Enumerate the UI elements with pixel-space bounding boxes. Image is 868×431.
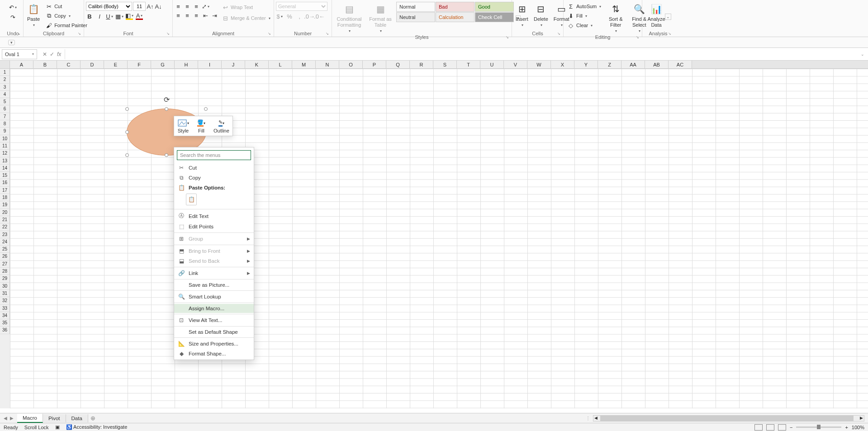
number-format-select[interactable]: General <box>276 2 327 11</box>
column-header[interactable]: A <box>10 61 33 68</box>
row-header[interactable]: 27 <box>0 260 10 268</box>
row-header[interactable]: 34 <box>0 312 10 319</box>
scroll-right-icon[interactable]: ▶ <box>859 416 864 421</box>
zoom-out-icon[interactable]: − <box>790 425 792 430</box>
rotate-handle-icon[interactable]: ⟳ <box>164 95 170 104</box>
column-header[interactable]: G <box>151 61 175 68</box>
column-header[interactable]: T <box>457 61 480 68</box>
underline-button[interactable]: U <box>106 13 113 20</box>
column-header[interactable]: N <box>316 61 339 68</box>
comma-icon[interactable]: , <box>296 13 303 20</box>
column-header[interactable]: E <box>104 61 128 68</box>
indent-increase-icon[interactable]: ⇥ <box>211 12 218 19</box>
undo-icon[interactable]: ↶ <box>9 4 17 11</box>
align-center-icon[interactable]: ≡ <box>184 12 191 19</box>
column-header[interactable]: C <box>57 61 81 68</box>
formula-input[interactable] <box>65 49 857 59</box>
zoom-in-icon[interactable]: + <box>845 425 848 430</box>
row-header[interactable]: 36 <box>0 327 10 334</box>
row-header[interactable]: 5 <box>0 98 10 105</box>
row-header[interactable]: 4 <box>0 91 10 98</box>
row-header[interactable]: 10 <box>0 135 10 142</box>
column-header[interactable]: AA <box>621 61 645 68</box>
resize-handle-s[interactable] <box>165 153 168 157</box>
style-neutral[interactable]: Neutral <box>396 12 435 22</box>
font-size-input[interactable] <box>133 2 146 11</box>
column-header[interactable]: O <box>339 61 363 68</box>
view-normal-icon[interactable] <box>754 424 763 431</box>
cell-styles-gallery[interactable]: Normal Bad Good Neutral Calculation Chec… <box>396 2 514 22</box>
style-good[interactable]: Good <box>475 2 514 12</box>
row-header[interactable]: 30 <box>0 283 10 290</box>
column-header[interactable]: V <box>504 61 527 68</box>
bold-button[interactable]: B <box>86 13 93 20</box>
column-header[interactable]: M <box>292 61 316 68</box>
percent-icon[interactable]: % <box>286 13 293 20</box>
column-header[interactable]: S <box>433 61 457 68</box>
column-header[interactable]: Q <box>386 61 410 68</box>
ribbon-collapse-icon[interactable]: ⌄ <box>665 14 671 20</box>
menu-cut[interactable]: ✂Cut <box>174 163 254 173</box>
autosum-button[interactable]: ΣAutoSum <box>565 2 603 11</box>
resize-handle-n[interactable] <box>165 107 168 111</box>
sheet-tab-data[interactable]: Data <box>66 414 88 422</box>
row-header[interactable]: 23 <box>0 231 10 238</box>
italic-button[interactable]: I <box>96 13 103 20</box>
column-header[interactable]: R <box>410 61 433 68</box>
column-header[interactable]: AC <box>669 61 692 68</box>
paste-button[interactable]: 📋 Paste <box>25 2 42 28</box>
row-header[interactable]: 3 <box>0 84 10 91</box>
accounting-icon[interactable]: $ <box>276 13 283 20</box>
mini-fill-button[interactable]: 🪣▾ Fill <box>194 118 209 134</box>
row-header[interactable]: 20 <box>0 209 10 216</box>
column-header[interactable]: U <box>480 61 504 68</box>
redo-icon[interactable]: ↷ <box>9 14 17 21</box>
decrease-decimal-icon[interactable]: .0← <box>316 13 323 20</box>
row-header[interactable]: 29 <box>0 275 10 282</box>
resize-handle-w[interactable] <box>125 130 129 134</box>
column-header[interactable]: I <box>198 61 222 68</box>
menu-default-shape[interactable]: Set as Default Shape <box>174 327 254 336</box>
menu-link[interactable]: 🔗Link▶ <box>174 268 254 278</box>
horizontal-scrollbar[interactable]: ◀▶ <box>593 415 864 422</box>
column-header[interactable]: D <box>81 61 104 68</box>
row-header[interactable]: 26 <box>0 253 10 260</box>
resize-handle-sw[interactable] <box>125 153 129 157</box>
accessibility-status[interactable]: ♿ Accessibility: Investigate <box>66 424 128 430</box>
row-header[interactable]: 7 <box>0 113 10 120</box>
scroll-left-icon[interactable]: ◀ <box>593 416 598 421</box>
align-right-icon[interactable]: ≡ <box>193 12 200 19</box>
sheet-tab-pivot[interactable]: Pivot <box>43 414 66 422</box>
row-header[interactable]: 25 <box>0 246 10 253</box>
conditional-formatting-button[interactable]: ▤Conditional Formatting <box>334 2 365 34</box>
row-header[interactable]: 15 <box>0 172 10 179</box>
chevron-down-icon[interactable]: ▾ <box>32 52 34 56</box>
style-bad[interactable]: Bad <box>436 2 474 12</box>
increase-font-icon[interactable]: A↑ <box>147 3 154 10</box>
column-header[interactable]: Z <box>598 61 621 68</box>
name-box[interactable]: Oval 1▾ <box>2 49 37 59</box>
style-calculation[interactable]: Calculation <box>436 12 474 22</box>
decrease-font-icon[interactable]: A↓ <box>155 3 162 10</box>
style-check-cell[interactable]: Check Cell <box>475 12 514 22</box>
row-header[interactable]: 21 <box>0 216 10 223</box>
format-painter-button[interactable]: 🖌Format Painter <box>43 21 89 30</box>
orientation-icon[interactable]: ⤢ <box>202 3 209 10</box>
row-header[interactable]: 2 <box>0 76 10 83</box>
borders-button[interactable]: ▦ <box>116 13 123 20</box>
column-header[interactable]: B <box>33 61 57 68</box>
add-sheet-button[interactable]: ⊕ <box>88 415 98 422</box>
resize-handle-ne[interactable] <box>204 107 208 111</box>
indent-decrease-icon[interactable]: ⇤ <box>202 12 209 19</box>
row-header[interactable]: 22 <box>0 223 10 231</box>
row-header[interactable]: 33 <box>0 305 10 312</box>
column-header[interactable]: H <box>175 61 198 68</box>
menu-edit-text[interactable]: ⒶEdit Text <box>174 210 254 222</box>
view-page-layout-icon[interactable] <box>766 424 774 431</box>
row-header[interactable]: 18 <box>0 194 10 201</box>
merge-center-button[interactable]: ⊟Merge & Center <box>220 14 272 23</box>
align-bottom-icon[interactable]: ≡ <box>193 3 200 10</box>
column-header[interactable]: K <box>245 61 269 68</box>
clear-button[interactable]: ◇Clear <box>565 21 603 30</box>
style-normal[interactable]: Normal <box>396 2 435 12</box>
